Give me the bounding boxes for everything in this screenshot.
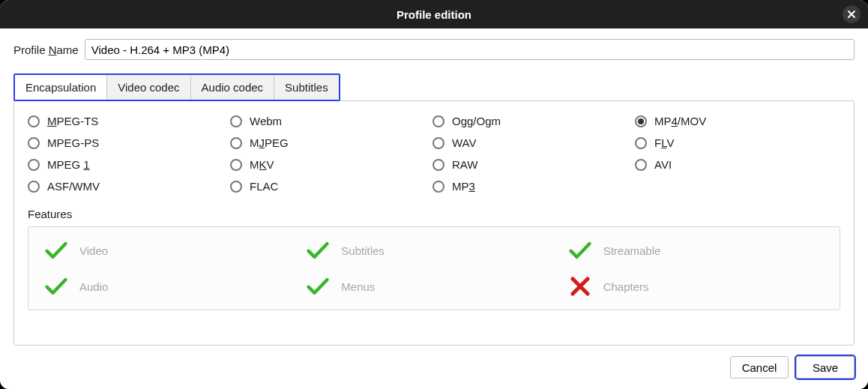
features-box: Video Subtitles Streamable Audio Menus (28, 226, 840, 310)
feature-audio: Audio (45, 275, 299, 298)
radio-icon (433, 115, 444, 127)
radio-icon (230, 181, 242, 193)
profile-name-row: Profile Name (13, 39, 855, 60)
encap-option-webm[interactable]: Webm (230, 115, 433, 127)
encap-option-mkv[interactable]: MKV (230, 158, 433, 171)
feature-streamable: Streamable (569, 239, 823, 262)
encap-option-mpeg-ps[interactable]: MPEG-PS (28, 136, 230, 149)
feature-label: Audio (79, 280, 108, 293)
tab-audio-codec[interactable]: Audio codec (191, 75, 275, 100)
encap-option-ogg[interactable]: Ogg/Ogm (433, 115, 635, 127)
encap-option-mpeg-ts[interactable]: MPEG-TS (28, 115, 230, 127)
tab-video-codec[interactable]: Video codec (107, 75, 190, 100)
feature-label: Menus (341, 280, 375, 293)
radio-icon (433, 137, 444, 149)
encap-option-flv[interactable]: FLV (635, 136, 840, 149)
label-mnemonic: N (49, 43, 57, 56)
feature-label: Subtitles (341, 244, 385, 257)
cancel-button[interactable]: Cancel (730, 356, 789, 379)
encap-option-mp4-mov[interactable]: MP4/MOV (635, 115, 840, 127)
label-text: ame (57, 43, 79, 56)
encapsulation-options: MPEG-TS Webm Ogg/Ogm MP4/MOV MPEG-PS MJP… (28, 115, 840, 193)
tab-encapsulation[interactable]: Encapsulation (15, 75, 107, 100)
profile-name-input[interactable] (85, 39, 855, 60)
encap-option-raw[interactable]: RAW (433, 158, 635, 171)
profile-name-label: Profile Name (13, 43, 79, 56)
close-icon (847, 10, 856, 19)
feature-menus: Menus (307, 275, 561, 298)
dialog-buttons: Cancel Save (13, 356, 855, 379)
encap-option-mjpeg[interactable]: MJPEG (230, 136, 433, 149)
radio-icon (635, 115, 647, 127)
profile-edition-window: Profile edition Profile Name Encapsulati… (0, 0, 868, 389)
check-icon (307, 275, 329, 298)
radio-icon (230, 159, 242, 171)
radio-icon (230, 115, 242, 127)
feature-subtitles: Subtitles (307, 239, 561, 262)
radio-icon (433, 181, 444, 193)
feature-chapters: Chapters (569, 275, 823, 298)
radio-icon (635, 137, 647, 149)
feature-label: Chapters (603, 280, 649, 293)
dialog-body: Profile Name Encapsulation Video codec A… (0, 28, 868, 389)
close-button[interactable] (843, 5, 861, 23)
encapsulation-panel: MPEG-TS Webm Ogg/Ogm MP4/MOV MPEG-PS MJP… (13, 100, 855, 346)
radio-icon (28, 159, 40, 171)
features-heading: Features (28, 208, 840, 220)
feature-label: Streamable (603, 244, 661, 257)
encap-option-mp3[interactable]: MP3 (433, 180, 635, 193)
titlebar: Profile edition (0, 0, 868, 28)
check-icon (45, 275, 67, 298)
encap-option-asf-wmv[interactable]: ASF/WMV (28, 180, 230, 193)
window-title: Profile edition (397, 8, 471, 21)
radio-icon (28, 115, 40, 127)
check-icon (45, 239, 67, 262)
label-text: Profile (13, 43, 49, 56)
radio-icon (230, 137, 242, 149)
feature-video: Video (45, 239, 299, 262)
encap-option-wav[interactable]: WAV (433, 136, 635, 149)
save-button[interactable]: Save (796, 356, 855, 379)
radio-icon (433, 159, 444, 171)
encap-option-mpeg-1[interactable]: MPEG 1 (28, 158, 230, 171)
check-icon (569, 239, 591, 262)
encap-option-flac[interactable]: FLAC (230, 180, 433, 193)
tab-subtitles[interactable]: Subtitles (274, 75, 339, 100)
radio-icon (635, 159, 647, 171)
check-icon (307, 239, 329, 262)
encap-option-avi[interactable]: AVI (635, 158, 840, 171)
cross-icon (569, 275, 591, 298)
feature-label: Video (79, 244, 108, 257)
tab-bar: Encapsulation Video codec Audio codec Su… (13, 73, 340, 101)
radio-icon (28, 181, 40, 193)
radio-icon (28, 137, 40, 149)
